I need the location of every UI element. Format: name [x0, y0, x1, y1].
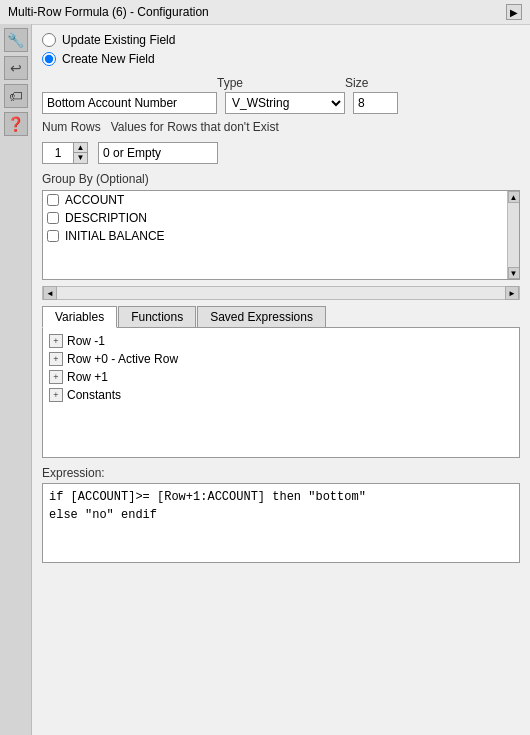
num-rows-inputs: ▲ ▼: [42, 142, 520, 164]
scroll-down-arrow[interactable]: ▼: [508, 267, 520, 279]
tree-item-constants[interactable]: + Constants: [49, 386, 513, 404]
field-name-input[interactable]: [42, 92, 217, 114]
expression-section: Expression: if [ACCOUNT]>= [Row+1:ACCOUN…: [42, 466, 520, 563]
update-existing-radio[interactable]: Update Existing Field: [42, 33, 520, 47]
tool-icon[interactable]: 🔧: [4, 28, 28, 52]
empty-value-input[interactable]: [98, 142, 218, 164]
spinner-buttons: ▲ ▼: [73, 143, 87, 163]
tree-label-row-minus1: Row -1: [67, 334, 105, 348]
group-by-initial-balance[interactable]: INITIAL BALANCE: [43, 227, 507, 245]
tree-label-row-plus1: Row +1: [67, 370, 108, 384]
expression-label: Expression:: [42, 466, 520, 480]
size-column-label: Size: [345, 76, 368, 90]
num-rows-input[interactable]: [43, 143, 73, 163]
type-column-label: Type: [217, 76, 345, 90]
create-new-label: Create New Field: [62, 52, 155, 66]
tree-label-row-0: Row +0 - Active Row: [67, 352, 178, 366]
tab-content-variables: + Row -1 + Row +0 - Active Row + Row +1 …: [42, 328, 520, 458]
group-by-section: Group By (Optional) ACCOUNT DESCRIPTION …: [42, 172, 520, 280]
h-scroll-right-button[interactable]: ►: [505, 286, 519, 300]
values-for-rows-label: Values for Rows that don't Exist: [111, 120, 279, 134]
group-by-scrollbar[interactable]: ▲ ▼: [507, 191, 519, 279]
group-by-list: ACCOUNT DESCRIPTION INITIAL BALANCE ▲ ▼: [42, 190, 520, 280]
horizontal-scrollbar[interactable]: ◄ ►: [42, 286, 520, 300]
tabs-section: Variables Functions Saved Expressions + …: [42, 306, 520, 458]
num-rows-spinner[interactable]: ▲ ▼: [42, 142, 88, 164]
sidebar: 🔧 ↩ 🏷 ❓: [0, 24, 32, 735]
update-existing-label: Update Existing Field: [62, 33, 175, 47]
size-input[interactable]: [353, 92, 398, 114]
update-existing-radio-input[interactable]: [42, 33, 56, 47]
create-new-radio[interactable]: Create New Field: [42, 52, 520, 66]
group-by-account-label: ACCOUNT: [65, 193, 124, 207]
scroll-up-arrow[interactable]: ▲: [508, 191, 520, 203]
num-rows-label: Num Rows: [42, 120, 101, 134]
expression-box[interactable]: if [ACCOUNT]>= [Row+1:ACCOUNT] then "bot…: [42, 483, 520, 563]
tree-label-constants: Constants: [67, 388, 121, 402]
group-by-account[interactable]: ACCOUNT: [43, 191, 507, 209]
group-by-description-label: DESCRIPTION: [65, 211, 147, 225]
group-by-label: Group By (Optional): [42, 172, 520, 186]
group-by-description[interactable]: DESCRIPTION: [43, 209, 507, 227]
group-by-initial-balance-checkbox[interactable]: [47, 230, 59, 242]
tab-functions[interactable]: Functions: [118, 306, 196, 327]
pin-button[interactable]: ▶: [506, 4, 522, 20]
h-scroll-left-button[interactable]: ◄: [43, 286, 57, 300]
tab-variables[interactable]: Variables: [42, 306, 117, 328]
tabs-bar: Variables Functions Saved Expressions: [42, 306, 520, 328]
type-select[interactable]: V_WString String Int32 Int64 Double Floa…: [225, 92, 345, 114]
h-scroll-track[interactable]: [57, 287, 505, 299]
window-title: Multi-Row Formula (6) - Configuration: [8, 5, 209, 19]
spinner-down-button[interactable]: ▼: [73, 153, 87, 163]
group-by-initial-balance-label: INITIAL BALANCE: [65, 229, 165, 243]
tree-item-row-minus1[interactable]: + Row -1: [49, 332, 513, 350]
title-bar: Multi-Row Formula (6) - Configuration ▶: [0, 0, 530, 25]
spinner-up-button[interactable]: ▲: [73, 143, 87, 153]
main-content: Update Existing Field Create New Field T…: [32, 25, 530, 571]
expand-row-minus1[interactable]: +: [49, 334, 63, 348]
group-by-description-checkbox[interactable]: [47, 212, 59, 224]
type-size-labels-row: Type Size: [217, 76, 520, 90]
expand-row-plus1[interactable]: +: [49, 370, 63, 384]
expand-constants[interactable]: +: [49, 388, 63, 402]
tab-saved-expressions[interactable]: Saved Expressions: [197, 306, 326, 327]
expand-row-0[interactable]: +: [49, 352, 63, 366]
tree-item-row-plus1[interactable]: + Row +1: [49, 368, 513, 386]
help-icon[interactable]: ❓: [4, 112, 28, 136]
group-by-account-checkbox[interactable]: [47, 194, 59, 206]
field-config-row: V_WString String Int32 Int64 Double Floa…: [42, 92, 520, 114]
tag-icon[interactable]: 🏷: [4, 84, 28, 108]
tree-item-row-0[interactable]: + Row +0 - Active Row: [49, 350, 513, 368]
undo-icon[interactable]: ↩: [4, 56, 28, 80]
create-new-radio-input[interactable]: [42, 52, 56, 66]
title-bar-controls: ▶: [506, 4, 522, 20]
field-mode-radio-group: Update Existing Field Create New Field: [42, 33, 520, 66]
num-rows-section: Num Rows Values for Rows that don't Exis…: [42, 120, 520, 134]
